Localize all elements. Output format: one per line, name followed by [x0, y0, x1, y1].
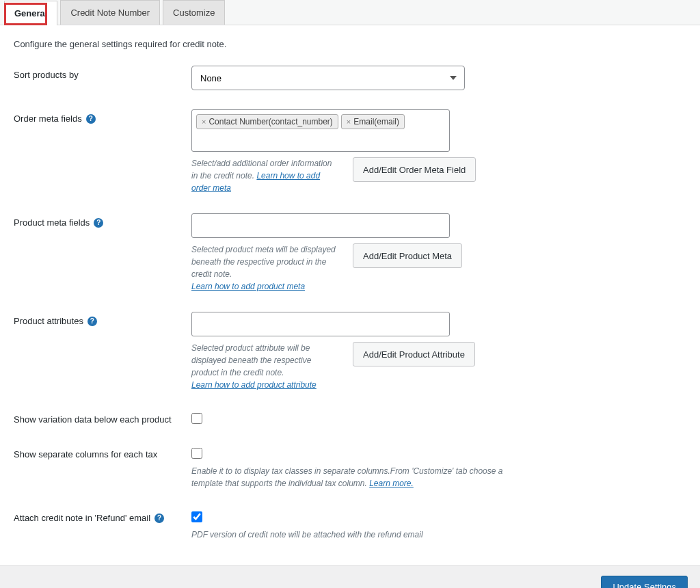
row-tax-columns: Show separate columns for each tax Enabl… [14, 445, 686, 490]
tax-columns-desc: Enable it to to display tax classes in s… [191, 465, 506, 490]
row-variation-data: Show variation data below each product [14, 410, 686, 426]
row-attach-email: Attach credit note in 'Refund' email ? P… [14, 509, 686, 541]
label-order-meta: Order meta fields [14, 113, 82, 124]
tab-credit-note-number[interactable]: Credit Note Number [60, 0, 160, 25]
tab-bar: General Credit Note Number Customize [0, 0, 700, 25]
order-meta-tag: × Email(email) [341, 114, 405, 129]
order-meta-hint: Select/add additional order information … [191, 157, 339, 194]
row-order-meta: Order meta fields ? × Contact Number(con… [14, 109, 686, 194]
attach-email-desc: PDF version of credit note will be attac… [191, 529, 506, 541]
remove-tag-icon[interactable]: × [202, 118, 206, 126]
product-meta-hint: Selected product meta will be displayed … [191, 243, 339, 293]
add-edit-product-meta-button[interactable]: Add/Edit Product Meta [353, 243, 462, 268]
intro-text: Configure the general settings required … [14, 39, 686, 49]
footer-bar: Update Settings [0, 566, 700, 588]
sort-products-select[interactable]: None [191, 66, 465, 90]
row-product-attributes: Product attributes ? Selected product at… [14, 312, 686, 391]
label-variation-data: Show variation data below each product [14, 410, 191, 425]
help-icon[interactable]: ? [86, 114, 96, 124]
settings-panel: Configure the general settings required … [0, 25, 700, 566]
label-product-attributes: Product attributes [14, 316, 83, 326]
add-edit-order-meta-button[interactable]: Add/Edit Order Meta Field [353, 157, 476, 182]
tax-columns-checkbox[interactable] [191, 448, 202, 459]
order-meta-input[interactable]: × Contact Number(contact_number) × Email… [191, 109, 450, 152]
add-edit-product-attribute-button[interactable]: Add/Edit Product Attribute [353, 342, 475, 366]
variation-data-checkbox[interactable] [191, 413, 202, 424]
order-meta-tag: × Contact Number(contact_number) [196, 114, 338, 129]
label-product-meta: Product meta fields [14, 217, 90, 228]
remove-tag-icon[interactable]: × [347, 118, 351, 126]
row-product-meta: Product meta fields ? Selected product m… [14, 213, 686, 293]
product-meta-learn-link[interactable]: Learn how to add product meta [191, 282, 305, 291]
product-attr-learn-link[interactable]: Learn how to add product attribute [191, 380, 317, 390]
help-icon[interactable]: ? [94, 218, 103, 228]
product-meta-input[interactable] [191, 213, 450, 238]
product-attr-hint: Selected product attribute will be displ… [191, 342, 339, 391]
row-sort-products: Sort products by None [14, 66, 686, 90]
update-settings-button[interactable]: Update Settings [601, 576, 688, 588]
label-tax-columns: Show separate columns for each tax [14, 445, 191, 459]
tab-general[interactable]: General [4, 1, 57, 25]
product-attribute-input[interactable] [191, 312, 450, 336]
attach-email-checkbox[interactable] [191, 511, 202, 522]
label-sort-products: Sort products by [14, 66, 191, 80]
help-icon[interactable]: ? [154, 513, 164, 523]
tax-columns-learn-link[interactable]: Learn more. [369, 479, 414, 488]
tab-customize[interactable]: Customize [163, 0, 225, 25]
help-icon[interactable]: ? [88, 317, 97, 326]
label-attach-email: Attach credit note in 'Refund' email [14, 513, 150, 523]
